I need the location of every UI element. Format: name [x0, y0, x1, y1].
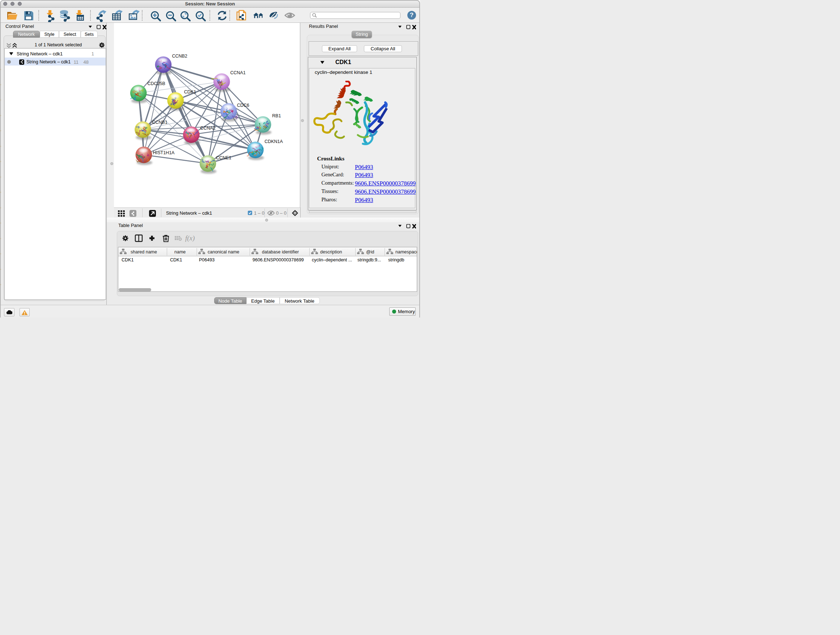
svg-text:database identifier: database identifier	[262, 249, 299, 255]
svg-text:canonical name: canonical name	[208, 249, 240, 255]
svg-text:CCNB2: CCNB2	[172, 54, 187, 59]
svg-text:RB1: RB1	[272, 113, 281, 119]
svg-text:CDK1: CDK1	[184, 89, 196, 95]
svg-text:CCNB1: CCNB1	[152, 120, 167, 125]
svg-text:CCNA1: CCNA1	[231, 70, 246, 75]
svg-text:CDKN1A: CDKN1A	[264, 139, 283, 144]
svg-text:CCNA2: CCNA2	[201, 126, 216, 131]
svg-text:description: description	[320, 249, 342, 255]
svg-text:namespace: namespace	[395, 249, 417, 255]
svg-text:CDC25B: CDC25B	[147, 81, 165, 86]
svg-text:HIST1H1A: HIST1H1A	[153, 150, 175, 155]
svg-text:name: name	[174, 249, 186, 255]
svg-text:CDC6: CDC6	[237, 103, 249, 108]
svg-text:shared name: shared name	[131, 249, 157, 255]
svg-text:@id: @id	[366, 249, 374, 255]
svg-text:CCNE1: CCNE1	[216, 155, 231, 160]
svg-text:f(x): f(x)	[185, 234, 195, 242]
